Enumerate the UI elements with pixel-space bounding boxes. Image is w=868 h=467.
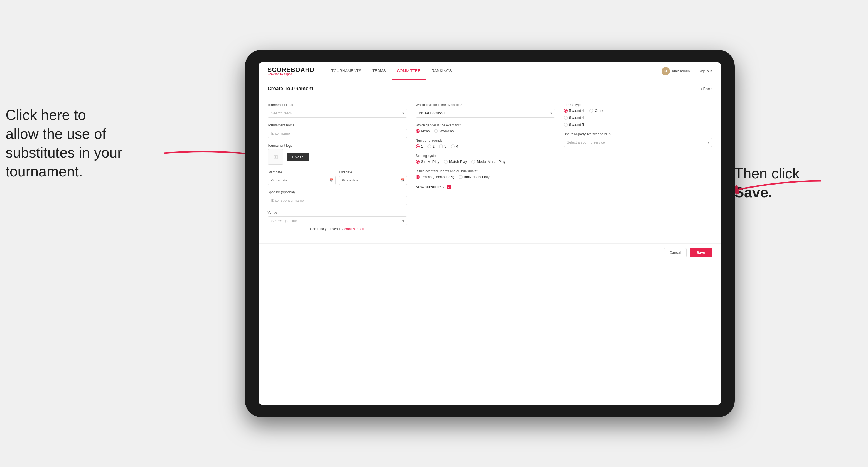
venue-label: Venue [268, 211, 407, 215]
dates-group: Start date End date [268, 170, 407, 185]
gender-mens-dot [416, 129, 420, 133]
sponsor-input[interactable] [268, 196, 407, 205]
scoring-match[interactable]: Match Play [444, 159, 467, 164]
start-date-input[interactable] [268, 176, 336, 185]
format-options: 5 count 4 Other 6 count 4 [564, 108, 712, 127]
gender-label: Which gender is the event for? [416, 123, 555, 127]
format-other[interactable]: Other [589, 108, 604, 113]
nav-links: TOURNAMENTS TEAMS COMMITTEE RANKINGS [326, 62, 661, 80]
gender-mens[interactable]: Mens [416, 129, 430, 133]
sign-out-link[interactable]: Sign out [699, 69, 712, 73]
scoring-api-select[interactable]: Select a scoring service [564, 138, 712, 147]
logo-area: SCOREBOARD Powered by clippd [268, 67, 315, 76]
gender-radio-group: Mens Womens [416, 129, 555, 133]
tournament-name-input[interactable] [268, 129, 407, 138]
sponsor-label: Sponsor (optional) [268, 190, 407, 194]
rounds-group: Number of rounds 1 2 [416, 138, 555, 148]
tournament-host-label: Tournament Host [268, 103, 407, 107]
format-6count5[interactable]: 6 count 5 [564, 122, 712, 127]
allow-substitutes-checkbox[interactable]: ✓ [447, 185, 452, 189]
venue-group: Venue Can't find your venue? email suppo… [268, 211, 407, 231]
upload-button[interactable]: Upload [287, 153, 309, 161]
format-6count4-dot [564, 116, 568, 120]
nav-teams[interactable]: TEAMS [367, 62, 391, 80]
gender-group: Which gender is the event for? Mens Wome… [416, 123, 555, 133]
scoring-stroke[interactable]: Stroke Play [416, 159, 439, 164]
page-header: Create Tournament ‹ Back [259, 80, 721, 96]
form-col-middle: Which division is the event for? NCAA Di… [416, 103, 564, 237]
gender-womens-dot [434, 129, 438, 133]
event-type-group: Is this event for Teams and/or Individua… [416, 169, 555, 179]
scoring-medal-dot [471, 160, 475, 164]
annotation-right-text: Then clickSave. [735, 165, 800, 200]
division-label: Which division is the event for? [416, 103, 555, 107]
venue-input[interactable] [268, 216, 407, 225]
start-date-label: Start date [268, 170, 336, 174]
nav-tournaments[interactable]: TOURNAMENTS [326, 62, 367, 80]
logo-powered: Powered by clippd [268, 73, 315, 76]
cancel-button[interactable]: Cancel [664, 248, 687, 257]
format-row-1: 5 count 4 Other [564, 108, 712, 113]
scoring-radio-group: Stroke Play Match Play Medal Match Play [416, 159, 555, 164]
format-5count4-dot [564, 109, 568, 113]
division-select[interactable]: NCAA Division I [416, 108, 555, 118]
rounds-label: Number of rounds [416, 138, 555, 143]
scoring-api-label: Use third-party live scoring API? [564, 132, 712, 136]
nav-user: blair admin [672, 69, 690, 73]
rounds-radio-group: 1 2 3 4 [416, 144, 555, 148]
tablet-screen: SCOREBOARD Powered by clippd TOURNAMENTS… [259, 62, 721, 405]
sponsor-group: Sponsor (optional) [268, 190, 407, 205]
scoring-group: Scoring system Stroke Play Match Play [416, 154, 555, 164]
logo-scoreboard: SCOREBOARD [268, 67, 315, 73]
format-other-dot [589, 109, 593, 113]
gender-womens[interactable]: Womens [434, 129, 454, 133]
form-col-left: Tournament Host Tournament name Tourname… [268, 103, 416, 237]
scoring-api-group: Use third-party live scoring API? Select… [564, 132, 712, 147]
end-date-input[interactable] [339, 176, 407, 185]
allow-substitutes-row: Allow substitutes? ✓ [416, 185, 555, 189]
allow-substitutes-label: Allow substitutes? [416, 185, 445, 189]
round-2[interactable]: 2 [428, 144, 435, 148]
round-3[interactable]: 3 [439, 144, 446, 148]
format-6count4[interactable]: 6 count 4 [564, 116, 712, 120]
start-date-group: Start date [268, 170, 336, 185]
form-col-right: Format type 5 count 4 Other [564, 103, 712, 237]
tournament-host-group: Tournament Host [268, 103, 407, 118]
back-link[interactable]: ‹ Back [701, 87, 712, 91]
annotation-right: Then clickSave. [735, 164, 851, 202]
end-date-label: End date [339, 170, 407, 174]
form-footer: Cancel Save [259, 243, 721, 261]
nav-rankings[interactable]: RANKINGS [426, 62, 458, 80]
annotation-left-text: Click here toallow the use ofsubstitutes… [6, 107, 122, 180]
page-title: Create Tournament [268, 86, 313, 92]
division-group: Which division is the event for? NCAA Di… [416, 103, 555, 118]
annotation-left: Click here toallow the use ofsubstitutes… [6, 106, 167, 181]
round-1-dot [416, 145, 420, 148]
round-1[interactable]: 1 [416, 144, 423, 148]
end-date-group: End date [339, 170, 407, 185]
tournament-logo-group: Tournament logo ⊞ Upload [268, 144, 407, 165]
venue-note: Can't find your venue? email support [268, 227, 407, 231]
tournament-host-input[interactable] [268, 108, 407, 118]
format-5count4[interactable]: 5 count 4 [564, 108, 584, 113]
event-individuals-dot [459, 175, 463, 179]
tournament-name-group: Tournament name [268, 123, 407, 138]
tournament-logo-label: Tournament logo [268, 144, 407, 148]
event-teams-dot [416, 175, 420, 179]
scoring-medal[interactable]: Medal Match Play [471, 159, 505, 164]
format-type-label: Format type [564, 103, 712, 107]
round-4-dot [451, 145, 455, 148]
tablet-device: SCOREBOARD Powered by clippd TOURNAMENTS… [245, 50, 735, 417]
event-teams[interactable]: Teams (+Individuals) [416, 175, 455, 179]
format-type-group: Format type 5 count 4 Other [564, 103, 712, 127]
event-individuals[interactable]: Individuals Only [459, 175, 490, 179]
date-row: Start date End date [268, 170, 407, 185]
round-4[interactable]: 4 [451, 144, 458, 148]
format-6count5-dot [564, 123, 568, 127]
venue-email-link[interactable]: email support [344, 227, 364, 231]
allow-substitutes-group: Allow substitutes? ✓ [416, 185, 555, 189]
nav-committee[interactable]: COMMITTEE [392, 62, 426, 80]
navbar: SCOREBOARD Powered by clippd TOURNAMENTS… [259, 62, 721, 80]
scoring-label: Scoring system [416, 154, 555, 158]
save-button[interactable]: Save [690, 248, 712, 257]
